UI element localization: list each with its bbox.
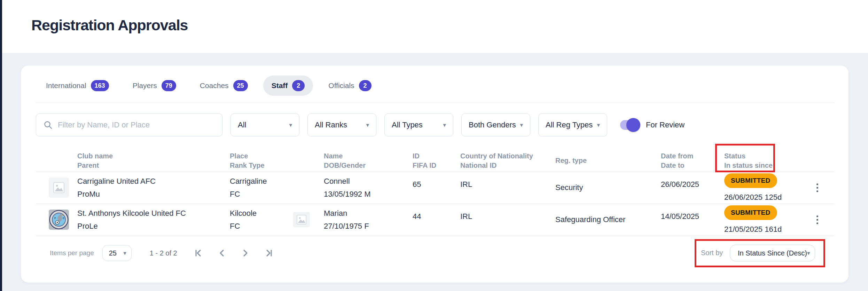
- page-header: Registration Approvals: [2, 0, 868, 53]
- cell-country: IRL: [460, 172, 472, 204]
- items-per-page-value: 25: [109, 249, 117, 257]
- tab-count-badge: 163: [91, 80, 109, 91]
- row-menu-kebab-icon[interactable]: [812, 172, 822, 204]
- col-header-place: PlaceRank Type: [230, 151, 265, 170]
- cell-name: Connell13/05/1992 M: [324, 172, 371, 204]
- col-header-date: Date fromDate to: [661, 151, 693, 170]
- row-menu-kebab-icon[interactable]: [812, 204, 822, 236]
- tab-count-badge: 2: [359, 80, 372, 91]
- last-page-button[interactable]: [261, 245, 277, 261]
- next-page-button[interactable]: [238, 245, 253, 261]
- cell-id: 65: [413, 172, 421, 204]
- in-status-since: 26/06/2025 125d: [724, 193, 782, 202]
- club-logo-placeholder-icon: [49, 178, 69, 198]
- filter-bar: All ▾ All Ranks ▾ All Types ▾ Both Gende…: [36, 113, 685, 136]
- status-badge: SUBMITTED: [724, 173, 777, 188]
- sort-by-dropdown[interactable]: In Status Since (Desc) ▾: [730, 245, 815, 261]
- col-header-reg-type: Reg. type: [555, 156, 587, 165]
- cell-name: Marian27/10/1975 F: [324, 204, 369, 236]
- items-per-page-label: Items per page: [50, 249, 94, 257]
- svg-text:C: C: [63, 217, 65, 220]
- tab-officials[interactable]: Officials 2: [320, 76, 380, 96]
- search-icon: [44, 120, 53, 129]
- table-bottom-divider: [36, 236, 835, 236]
- search-input[interactable]: [58, 120, 215, 129]
- tab-count-badge: 2: [292, 80, 305, 91]
- chevron-down-icon: ▾: [123, 250, 126, 257]
- cell-reg-type: Safeguarding Officer: [555, 204, 625, 236]
- for-review-label: For Review: [646, 120, 685, 129]
- col-header-club: Club nameParent: [77, 151, 113, 170]
- dropdown-value: Both Genders: [469, 120, 516, 129]
- tab-count-badge: 79: [162, 80, 176, 91]
- previous-page-button[interactable]: [214, 245, 229, 261]
- sort-by-label: Sort by: [701, 249, 723, 257]
- filter-dropdown-ranks[interactable]: All Ranks ▾: [307, 113, 376, 136]
- tabs-divider: [36, 103, 835, 103]
- cell-status: SUBMITTED 26/06/2025 125d: [724, 172, 782, 204]
- pagination-bar: Items per page 25 ▾ 1 - 2 of 2: [50, 243, 277, 263]
- chevron-down-icon: ▾: [807, 250, 810, 257]
- dropdown-value: All Ranks: [315, 120, 347, 129]
- col-header-id: IDFIFA ID: [413, 151, 436, 170]
- tab-bar: International 163 Players 79 Coaches 25 …: [38, 76, 380, 96]
- col-header-name: NameDOB/Gender: [324, 151, 366, 170]
- tab-label: Coaches: [200, 81, 229, 90]
- tab-players[interactable]: Players 79: [124, 76, 185, 96]
- tab-label: Players: [133, 81, 157, 90]
- cell-status: SUBMITTED 21/05/2025 161d: [724, 204, 782, 236]
- dropdown-value: All Reg Types: [546, 120, 593, 129]
- cell-club: St. Anthonys Kilcoole United FCProLe: [77, 204, 186, 236]
- cell-country: IRL: [460, 204, 472, 236]
- for-review-toggle[interactable]: [620, 120, 639, 130]
- cell-date-from: 14/05/2025: [661, 204, 699, 236]
- pagination-range: 1 - 2 of 2: [150, 249, 177, 257]
- cell-club: Carrigaline United AFCProMu: [77, 172, 156, 204]
- filter-dropdown-reg-types[interactable]: All Reg Types ▾: [538, 113, 607, 136]
- sort-by-value: In Status Since (Desc): [738, 249, 807, 257]
- table-row[interactable]: F C St. Anthonys Kilcoole United FCProLe…: [21, 204, 849, 236]
- cell-place: CarrigalineFC: [230, 172, 267, 204]
- club-crest-image: F C: [49, 210, 69, 230]
- cell-id: 44: [413, 204, 421, 236]
- chevron-down-icon: ▾: [366, 121, 369, 128]
- filter-dropdown-all[interactable]: All ▾: [230, 113, 299, 136]
- tab-staff[interactable]: Staff 2: [263, 76, 313, 96]
- search-box[interactable]: [36, 113, 222, 136]
- dropdown-value: All: [238, 120, 246, 129]
- items-per-page-select[interactable]: 25 ▾: [102, 245, 132, 261]
- filter-dropdown-types[interactable]: All Types ▾: [384, 113, 453, 136]
- col-header-status: StatusIn status since: [724, 151, 773, 170]
- dropdown-value: All Types: [392, 120, 423, 129]
- cell-reg-type: Security: [555, 172, 583, 204]
- filter-dropdown-genders[interactable]: Both Genders ▾: [461, 113, 530, 136]
- first-page-button[interactable]: [190, 245, 206, 261]
- col-header-country: Country of NationalityNational ID: [460, 151, 533, 170]
- chevron-down-icon: ▾: [443, 121, 446, 128]
- chevron-down-icon: ▾: [289, 121, 292, 128]
- svg-text:F: F: [54, 217, 56, 220]
- cell-place: KilcooleFC: [230, 204, 257, 236]
- person-photo-placeholder-icon: [293, 212, 310, 227]
- in-status-since: 21/05/2025 161d: [724, 225, 782, 234]
- table-row[interactable]: Carrigaline United AFCProMu CarrigalineF…: [21, 172, 849, 204]
- tab-label: International: [46, 81, 86, 90]
- page-title: Registration Approvals: [31, 17, 188, 34]
- chevron-down-icon: ▾: [520, 121, 523, 128]
- tab-label: Officials: [328, 81, 354, 90]
- tab-international[interactable]: International 163: [38, 76, 117, 96]
- for-review-control: For Review: [620, 120, 685, 130]
- cell-date-from: 26/06/2025: [661, 172, 699, 204]
- tab-coaches[interactable]: Coaches 25: [191, 76, 256, 96]
- status-badge: SUBMITTED: [724, 205, 777, 220]
- toggle-knob: [626, 118, 640, 132]
- approvals-card: International 163 Players 79 Coaches 25 …: [21, 65, 849, 283]
- tab-count-badge: 25: [233, 80, 248, 91]
- chevron-down-icon: ▾: [597, 121, 600, 128]
- tab-label: Staff: [272, 81, 288, 90]
